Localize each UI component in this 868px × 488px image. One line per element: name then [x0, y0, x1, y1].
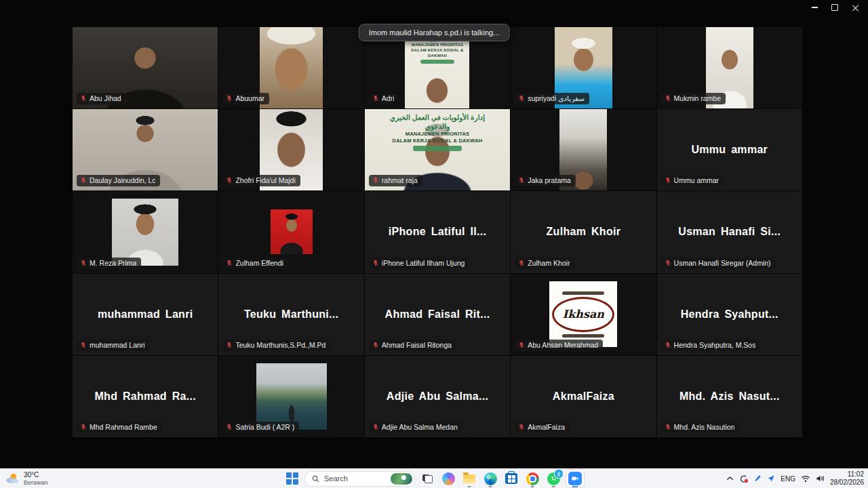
task-view-icon: [422, 474, 433, 483]
minimize-button[interactable]: [804, 1, 825, 14]
start-button[interactable]: [283, 470, 301, 487]
whatsapp-badge: 2: [554, 469, 564, 479]
whatsapp-button[interactable]: 2: [545, 470, 562, 487]
microsoft-store-button[interactable]: [502, 470, 520, 487]
participant-tile[interactable]: Ummu ammarUmmu ammar: [657, 109, 802, 190]
muted-mic-icon: [518, 95, 525, 102]
participant-label-text: Satria Budi ( A2R ): [235, 423, 294, 431]
participant-tile[interactable]: Daulay Jainuddin, Lc: [73, 109, 218, 190]
poster-title-line1: MANAJEMEN PRIORITAS: [385, 131, 490, 138]
participant-label-text: Teuku Marthunis,S.Pd.,M.Pd: [235, 341, 326, 349]
participant-name-label: Teuku Marthunis,S.Pd.,M.Pd: [222, 340, 330, 351]
participant-label-text: Zhofri Fida'ul Majdi: [235, 176, 295, 184]
participant-tile[interactable]: Zhofri Fida'ul Majdi: [218, 109, 363, 190]
participant-name-label: Zhofri Fida'ul Majdi: [222, 175, 300, 186]
windows-logo-icon: [286, 472, 298, 485]
participant-name-label: M. Reza Prima: [77, 258, 141, 269]
task-view-button[interactable]: [418, 470, 436, 487]
maximize-button[interactable]: [825, 1, 845, 14]
muted-mic-icon: [372, 342, 379, 348]
cursor-share-tray-icon[interactable]: [767, 474, 775, 483]
participant-video: [260, 27, 323, 108]
muted-mic-icon: [665, 177, 671, 184]
participant-name-label: Abuumar: [222, 93, 269, 104]
participant-tile[interactable]: Abu Jihad: [73, 27, 218, 108]
muted-mic-icon: [80, 424, 87, 430]
participant-label-text: Abu Ahsan Merahmad: [528, 341, 598, 349]
participant-tile[interactable]: Abuumar: [218, 27, 363, 108]
participant-label-text: M. Reza Prima: [90, 259, 136, 267]
participant-tile[interactable]: Hendra Syahput...Hendra Syahputra, M.Sos: [657, 274, 802, 355]
search-highlight-image: [391, 473, 412, 485]
participant-label-text: Mhd Rahmad Rambe: [90, 423, 157, 431]
participant-tile[interactable]: supriyadi سفريادي: [511, 27, 656, 108]
pen-tray-icon[interactable]: [754, 474, 762, 483]
hidden-icons-chevron[interactable]: [726, 476, 734, 481]
close-icon: [852, 5, 859, 11]
participant-tile[interactable]: Zulham Effendi: [218, 191, 363, 272]
participant-name-label: Satria Budi ( A2R ): [222, 422, 299, 433]
participant-name-label: Jaka pratama: [515, 175, 576, 186]
muted-mic-icon: [518, 424, 525, 430]
copilot-button[interactable]: [439, 470, 457, 487]
participant-tile[interactable]: Mhd. Azis Nasut...Mhd. Azis Nasution: [657, 356, 802, 437]
participant-name-label: Adjie Abu Salma Medan: [369, 422, 462, 433]
muted-mic-icon: [80, 260, 87, 266]
participant-label-text: Jaka pratama: [528, 176, 571, 184]
volume-icon[interactable]: [816, 474, 825, 483]
participant-tile[interactable]: AkmalFaizaAkmalFaiza: [511, 356, 656, 437]
logo-decoration: [562, 334, 604, 338]
participant-name-label: Ahmad Faisal Ritonga: [369, 340, 456, 351]
participant-label-text: rahmat raja: [382, 176, 418, 184]
participant-tile[interactable]: Jaka pratama: [511, 109, 656, 190]
running-indicator: [572, 486, 578, 488]
edge-icon: [484, 472, 497, 485]
participant-tile[interactable]: Ahmad Faisal Rit...Ahmad Faisal Ritonga: [365, 274, 510, 355]
maximize-icon: [831, 4, 838, 11]
participant-label-text: Hendra Syahputra, M.Sos: [674, 341, 756, 349]
participant-name-label: Abu Jihad: [77, 93, 126, 104]
chrome-icon: [526, 472, 539, 485]
minimize-icon: [812, 7, 818, 8]
taskbar-center: Search 2: [283, 469, 585, 488]
participant-tile[interactable]: Teuku Marthuni...Teuku Marthunis,S.Pd.,M…: [218, 274, 363, 355]
language-indicator[interactable]: ENG: [781, 475, 795, 483]
participant-name-label: Mukmin rambe: [661, 93, 726, 104]
participant-label-text: Zulham Effendi: [235, 259, 283, 267]
participant-label-text: Mhd. Azis Nasution: [674, 423, 735, 431]
participant-tile[interactable]: Zulham KhoirZulham Khoir: [511, 191, 656, 272]
participant-label-text: Abuumar: [235, 94, 264, 102]
participant-tile[interactable]: muhammad Lanrimuhammad Lanri: [73, 274, 218, 355]
participant-tile[interactable]: إدارة الأولويات في العمل الخيري والدعويM…: [365, 109, 510, 190]
window-controls: [804, 1, 865, 14]
participant-tile[interactable]: Usman Hanafi Si...Usman Hanafi Siregar (…: [657, 191, 802, 272]
file-explorer-button[interactable]: [460, 470, 478, 487]
edge-button[interactable]: [481, 470, 499, 487]
participant-avatar-photo: [112, 199, 178, 266]
meeting-recording-tray-icon[interactable]: [739, 474, 749, 483]
participant-tile[interactable]: iPhone Latiful Il...iPhone Latiful Ilham…: [365, 191, 510, 272]
clock[interactable]: 11:02 28/02/2026: [830, 470, 864, 487]
muted-mic-icon: [518, 260, 525, 266]
participant-tile[interactable]: IkhsanAbu Ahsan Merahmad: [511, 274, 656, 355]
participant-label-text: Daulay Jainuddin, Lc: [90, 176, 155, 184]
chrome-button[interactable]: [524, 470, 541, 487]
search-icon: [312, 475, 319, 483]
close-button[interactable]: [845, 1, 865, 14]
logo-ellipse: Ikhsan: [552, 297, 614, 332]
participant-label-text: Zulham Khoir: [528, 259, 570, 267]
zoom-app-button[interactable]: [566, 469, 585, 488]
muted-mic-icon: [80, 95, 87, 102]
participant-tile[interactable]: M. Reza Prima: [73, 191, 218, 272]
taskbar-search[interactable]: Search: [304, 471, 415, 487]
muted-mic-icon: [80, 342, 87, 348]
participant-label-text: Ummu ammar: [674, 176, 719, 184]
participant-tile[interactable]: Satria Budi ( A2R ): [218, 356, 363, 437]
participant-tile[interactable]: Adjie Abu Salma...Adjie Abu Salma Medan: [365, 356, 510, 437]
participant-tile[interactable]: Mukmin rambe: [657, 27, 802, 108]
copilot-icon: [442, 472, 455, 485]
weather-widget[interactable]: 30°C Berawan: [5, 471, 48, 486]
participant-tile[interactable]: Mhd Rahmad Ra...Mhd Rahmad Rambe: [73, 356, 218, 437]
weather-temperature: 30°C: [24, 471, 48, 479]
wifi-icon[interactable]: [801, 475, 810, 483]
